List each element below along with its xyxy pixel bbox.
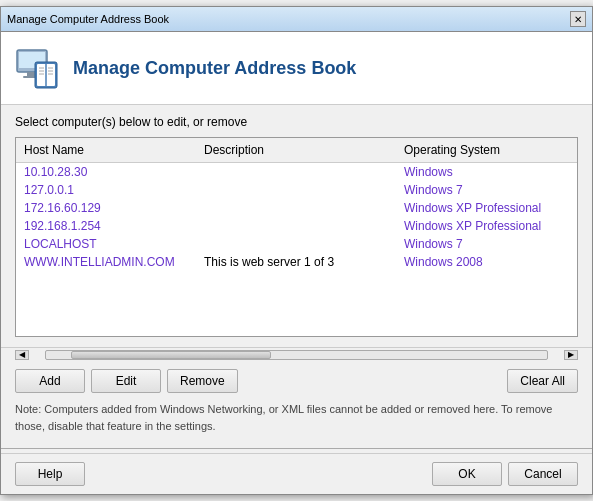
cell-os-0: Windows — [396, 163, 577, 181]
clear-all-button[interactable]: Clear All — [507, 369, 578, 393]
col-os: Operating System — [396, 140, 577, 160]
title-bar-text: Manage Computer Address Book — [7, 13, 169, 25]
table-body: 10.10.28.30 Windows 127.0.0.1 Windows 7 … — [16, 163, 577, 336]
close-button[interactable]: ✕ — [570, 11, 586, 27]
footer-row: Help OK Cancel — [1, 453, 592, 494]
header-title: Manage Computer Address Book — [73, 58, 356, 79]
scroll-right-button[interactable]: ▶ — [564, 350, 578, 360]
app-icon — [13, 44, 61, 92]
ok-button[interactable]: OK — [432, 462, 502, 486]
cell-host-0: 10.10.28.30 — [16, 163, 196, 181]
cell-desc-5: This is web server 1 of 3 — [196, 253, 396, 271]
scrollbar-thumb[interactable] — [71, 351, 271, 359]
subtitle: Select computer(s) below to edit, or rem… — [15, 115, 578, 129]
footer-divider — [1, 448, 592, 449]
scrollbar-track[interactable] — [45, 350, 548, 360]
scrollbar-area: ◀ ▶ — [1, 347, 592, 361]
cell-desc-2 — [196, 199, 396, 217]
cell-host-2: 172.16.60.129 — [16, 199, 196, 217]
scroll-left-button[interactable]: ◀ — [15, 350, 29, 360]
add-button[interactable]: Add — [15, 369, 85, 393]
header-area: Manage Computer Address Book — [1, 32, 592, 105]
main-window: Manage Computer Address Book ✕ — [0, 6, 593, 495]
action-buttons-row: Add Edit Remove Clear All — [1, 361, 592, 401]
table-row[interactable]: LOCALHOST Windows 7 — [16, 235, 577, 253]
note-text: Note: Computers added from Windows Netwo… — [1, 401, 592, 444]
title-bar: Manage Computer Address Book ✕ — [1, 7, 592, 32]
cell-os-1: Windows 7 — [396, 181, 577, 199]
col-hostname: Host Name — [16, 140, 196, 160]
cell-os-5: Windows 2008 — [396, 253, 577, 271]
table-row[interactable]: 127.0.0.1 Windows 7 — [16, 181, 577, 199]
cell-os-4: Windows 7 — [396, 235, 577, 253]
cell-host-1: 127.0.0.1 — [16, 181, 196, 199]
cell-desc-1 — [196, 181, 396, 199]
cell-os-3: Windows XP Professional — [396, 217, 577, 235]
col-description: Description — [196, 140, 396, 160]
cell-host-5: WWW.INTELLIADMIN.COM — [16, 253, 196, 271]
cell-os-2: Windows XP Professional — [396, 199, 577, 217]
cell-desc-4 — [196, 235, 396, 253]
footer-buttons: OK Cancel — [432, 462, 578, 486]
cell-desc-3 — [196, 217, 396, 235]
cell-host-4: LOCALHOST — [16, 235, 196, 253]
cell-desc-0 — [196, 163, 396, 181]
table-row[interactable]: WWW.INTELLIADMIN.COM This is web server … — [16, 253, 577, 271]
table-row[interactable]: 10.10.28.30 Windows — [16, 163, 577, 181]
table-row[interactable]: 172.16.60.129 Windows XP Professional — [16, 199, 577, 217]
table-header: Host Name Description Operating System — [16, 138, 577, 163]
content-area: Select computer(s) below to edit, or rem… — [1, 105, 592, 347]
remove-button[interactable]: Remove — [167, 369, 238, 393]
address-book-table[interactable]: Host Name Description Operating System 1… — [15, 137, 578, 337]
cell-host-3: 192.168.1.254 — [16, 217, 196, 235]
help-button[interactable]: Help — [15, 462, 85, 486]
table-row[interactable]: 192.168.1.254 Windows XP Professional — [16, 217, 577, 235]
edit-button[interactable]: Edit — [91, 369, 161, 393]
cancel-button[interactable]: Cancel — [508, 462, 578, 486]
